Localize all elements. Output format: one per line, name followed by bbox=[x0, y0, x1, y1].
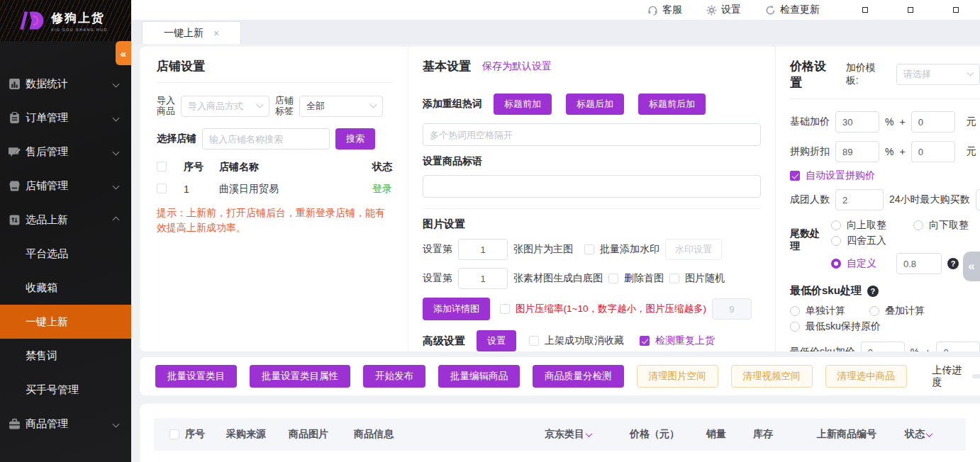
round-up-radio[interactable] bbox=[831, 220, 841, 230]
cancel-favorite-checkbox[interactable] bbox=[529, 336, 539, 346]
logo-subtitle: XIU GOU SHANG HUO bbox=[51, 28, 108, 32]
sidebar-item-label: 商品管理 bbox=[26, 417, 68, 431]
group-discount-label: 拼购折扣 bbox=[790, 145, 830, 158]
clear-image-space-button[interactable]: 清理图片空间 bbox=[637, 365, 718, 388]
column-jd-category[interactable]: 京东类目 bbox=[545, 428, 630, 441]
customer-service-button[interactable]: 客服 bbox=[647, 4, 682, 16]
window-close-button[interactable] bbox=[953, 7, 959, 13]
chevron-down-icon bbox=[926, 430, 933, 437]
table-select-all-checkbox[interactable] bbox=[169, 429, 179, 439]
main-image-index-input[interactable] bbox=[458, 239, 508, 260]
group-discount-add-input[interactable] bbox=[911, 141, 955, 162]
chevron-up-icon bbox=[113, 216, 120, 223]
store-search-input[interactable] bbox=[202, 128, 330, 150]
group-discount-pct-input[interactable] bbox=[835, 141, 879, 162]
group-size-input[interactable] bbox=[835, 189, 884, 210]
main-content: 店铺设置 导入 商品 导入商品方式 店铺 标签 全部 选择店铺 搜索 bbox=[140, 47, 980, 462]
column-index: 序号 bbox=[184, 161, 219, 174]
compression-checkbox[interactable] bbox=[500, 304, 510, 314]
settings-button[interactable]: 设置 bbox=[706, 4, 741, 16]
sidebar-item-shops[interactable]: 店铺管理 bbox=[0, 169, 131, 203]
batch-category-button[interactable]: 批量设置类目 bbox=[155, 365, 237, 388]
title-prepend-button[interactable]: 标题前加 bbox=[494, 94, 552, 115]
help-icon[interactable]: ? bbox=[947, 258, 959, 269]
tab-one-key-listing[interactable]: 一键上新 × bbox=[142, 21, 241, 44]
lowest-stack-radio[interactable] bbox=[869, 306, 879, 316]
watermark-checkbox[interactable] bbox=[584, 244, 594, 254]
random-image-checkbox[interactable] bbox=[669, 274, 679, 283]
delete-first-image-checkbox[interactable] bbox=[608, 274, 618, 283]
plus-symbol: + bbox=[899, 146, 905, 157]
round-half-radio[interactable] bbox=[831, 236, 841, 246]
store-select-all-checkbox[interactable] bbox=[157, 162, 167, 171]
import-method-select[interactable]: 导入商品方式 bbox=[181, 96, 269, 117]
store-login-link[interactable]: 登录 bbox=[361, 183, 392, 196]
image-settings-title: 图片设置 bbox=[423, 218, 465, 230]
help-icon[interactable]: ? bbox=[867, 286, 879, 297]
title-both-button[interactable]: 标题前后加 bbox=[638, 94, 706, 115]
upload-progress-bar bbox=[972, 374, 980, 378]
save-default-link[interactable]: 保存为默认设置 bbox=[482, 60, 552, 73]
chevron-down-icon bbox=[113, 148, 120, 155]
store-row-checkbox[interactable] bbox=[157, 184, 167, 193]
title-append-button[interactable]: 标题后加 bbox=[566, 94, 624, 115]
base-markup-add-input[interactable] bbox=[911, 111, 955, 133]
sidebar-item-favorites[interactable]: 收藏箱 bbox=[0, 271, 131, 305]
column-image: 商品图片 bbox=[289, 428, 354, 441]
sidebar-item-label: 一键上新 bbox=[26, 315, 68, 329]
percent-symbol: % bbox=[885, 146, 893, 157]
column-status[interactable]: 状态 bbox=[905, 428, 966, 441]
markup-template-select[interactable]: 请选择 bbox=[896, 64, 980, 85]
panel-collapse-button[interactable]: « bbox=[963, 252, 980, 281]
add-detail-image-button[interactable]: 添加详情图 bbox=[423, 298, 490, 320]
start-publish-button[interactable]: 开始发布 bbox=[363, 365, 425, 388]
watermark-settings-button[interactable]: 水印设置 bbox=[665, 239, 722, 260]
check-update-button[interactable]: 检查更新 bbox=[765, 4, 820, 16]
chevron-down-icon bbox=[113, 80, 120, 87]
sidebar-item-aftersale[interactable]: 售后管理 bbox=[0, 135, 131, 169]
clear-selected-button[interactable]: 清理选中商品 bbox=[825, 365, 907, 388]
base-markup-pct-input[interactable] bbox=[835, 111, 879, 133]
quality-check-button[interactable]: 商品质量分检测 bbox=[533, 365, 624, 388]
clipboard-icon bbox=[9, 112, 21, 124]
auto-group-price-checkbox[interactable] bbox=[790, 171, 800, 181]
window-minimize-button[interactable] bbox=[862, 7, 868, 13]
column-index: 序号 bbox=[185, 428, 226, 441]
slogan-input[interactable] bbox=[423, 175, 761, 198]
sidebar-menu: 数据统计 订单管理 售后管理 店铺管理 bbox=[0, 67, 131, 441]
lowest-separate-radio[interactable] bbox=[790, 306, 800, 316]
lowest-keep-radio[interactable] bbox=[790, 322, 800, 332]
white-bg-suffix: 张素材图生成白底图 bbox=[513, 272, 603, 285]
advanced-settings-button[interactable]: 设置 bbox=[477, 330, 516, 351]
custom-rounding-input[interactable] bbox=[896, 253, 942, 274]
sidebar-item-data-stats[interactable]: 数据统计 bbox=[0, 67, 131, 101]
custom-rounding-radio[interactable] bbox=[831, 259, 841, 269]
store-tag-select[interactable]: 全部 bbox=[299, 96, 383, 117]
sidebar-item-buyer-accounts[interactable]: 买手号管理 bbox=[0, 373, 131, 407]
lowest-keep-label: 最低sku保持原价 bbox=[806, 320, 881, 333]
sidebar-item-selection[interactable]: 选品上新 bbox=[0, 203, 131, 237]
compression-input[interactable] bbox=[712, 298, 752, 320]
white-bg-index-input[interactable] bbox=[458, 268, 508, 289]
round-down-radio[interactable] bbox=[913, 220, 923, 230]
lowest-markup-add-input[interactable] bbox=[936, 342, 980, 351]
window-maximize-button[interactable] bbox=[908, 7, 913, 13]
batch-category-attr-button[interactable]: 批量设置类目属性 bbox=[250, 365, 350, 388]
store-search-button[interactable]: 搜索 bbox=[335, 128, 375, 150]
app-logo: 修狗上货 XIU GOU SHANG HUO bbox=[0, 0, 131, 41]
sidebar-collapse-button[interactable]: « bbox=[116, 41, 131, 65]
store-settings-section: 店铺设置 导入 商品 导入商品方式 店铺 标签 全部 选择店铺 搜索 bbox=[140, 47, 408, 351]
sidebar-item-orders[interactable]: 订单管理 bbox=[0, 101, 131, 135]
sidebar-item-products[interactable]: 商品管理 bbox=[0, 407, 131, 441]
sidebar-item-one-key-listing[interactable]: 一键上新 bbox=[0, 305, 131, 339]
lowest-markup-pct-input[interactable] bbox=[861, 342, 905, 351]
sidebar-item-platform-selection[interactable]: 平台选品 bbox=[0, 237, 131, 271]
hot-words-input[interactable] bbox=[423, 123, 761, 146]
detect-duplicate-checkbox[interactable] bbox=[640, 336, 650, 346]
tab-close-icon[interactable]: × bbox=[213, 28, 219, 39]
sidebar-item-banned-words[interactable]: 禁售词 bbox=[0, 339, 131, 373]
batch-edit-button[interactable]: 批量编辑商品 bbox=[438, 365, 520, 388]
topbar: 客服 设置 检查更新 bbox=[131, 0, 980, 20]
clear-video-space-button[interactable]: 清理视频空间 bbox=[731, 365, 813, 388]
max-buy-input[interactable] bbox=[976, 189, 980, 210]
